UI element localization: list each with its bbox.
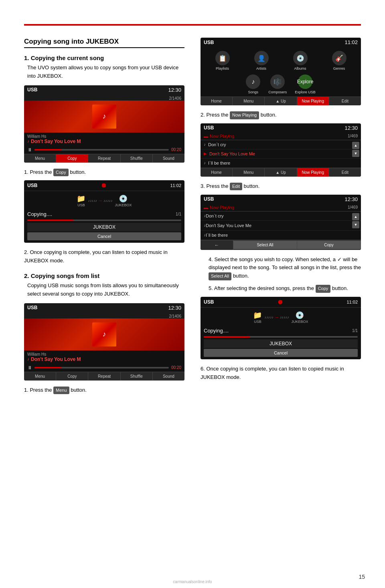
back-btn-edit[interactable]: ← (201, 240, 233, 250)
step1-press-copy: 1. Press the Copy button. (24, 168, 184, 177)
edit-btn-np[interactable]: Edit (329, 168, 361, 177)
edit-bottom-bar: ← Select All Copy (201, 240, 361, 250)
album-art-area-1: ♪ (24, 101, 184, 133)
copy-btn-1[interactable]: Copy (56, 154, 88, 163)
np-item-3: ♪ I`ll be there (201, 159, 361, 168)
now-playing-screen-2: USB 12:30 2/1406 ♪ William Hs ♪ Don't Sa… (24, 303, 184, 381)
composers-icon-item: 🎼 Composers (268, 75, 287, 94)
right-column: USB 11:02 📋 Playlists 👤 Artists 💿 Albums… (201, 38, 361, 398)
explore-label: Explore USB (295, 90, 316, 94)
screen-header-2: USB 12:30 (24, 303, 184, 312)
copy-progress-fill-2 (204, 336, 250, 338)
step2-press-menu: 1. Press the Menu button. (24, 386, 184, 395)
songs-label: Songs (248, 90, 258, 94)
copy-device-jukebox-2: 💿 JUKEBOX (291, 311, 308, 324)
progress-area-1: ⏸ 00:20 (24, 146, 184, 154)
now-playing-btn-np[interactable]: Now Playing (297, 168, 329, 177)
np-list-header-row: USB 12:30 (201, 123, 361, 133)
copying-text-1: Copying.... (27, 211, 52, 217)
scroll-up-btn[interactable]: ▲ (352, 142, 359, 149)
time-display-2: 12:30 (168, 305, 181, 311)
now-playing-btn-usb[interactable]: Now Playing (297, 97, 329, 105)
usb-source-menu: USB (204, 40, 214, 45)
edit-count: 1/469 (348, 205, 358, 209)
menu-btn-2[interactable]: Menu (24, 372, 56, 381)
step1-body: The UVO system allows you to copy songs … (24, 64, 184, 81)
copy-inline-btn-1: Copy (53, 169, 69, 177)
scroll-down-btn[interactable]: ▼ (352, 150, 359, 157)
copy-icons-middle: ♪♪♪♪♪ → ♪♪♪♪♪ (88, 198, 112, 203)
artist-name-1: William Hs (27, 134, 181, 139)
edit-btn-usb[interactable]: Edit (329, 97, 361, 105)
composers-circle[interactable]: 🎼 (270, 75, 285, 89)
now-playing-inline-btn: Now Playing (230, 111, 259, 119)
artists-icon-item: 👤 Artists (243, 51, 280, 70)
up-btn-np[interactable]: ▲ Up (265, 168, 297, 177)
sound-btn-2[interactable]: Sound (153, 372, 184, 381)
copy-progress-bg-2 (204, 336, 358, 338)
source-label-2: USB (27, 305, 37, 310)
elapsed-1: 00:20 (171, 147, 181, 152)
left-column: Copying song into JUKEBOX 1. Copying the… (24, 38, 184, 398)
genres-circle[interactable]: 🎸 (332, 51, 346, 65)
usb-icons-grid: 📋 Playlists 👤 Artists 💿 Albums 🎸 Genres (201, 47, 361, 73)
edit-header-row: USB 12:30 (201, 195, 361, 204)
source-label-1: USB (27, 87, 37, 93)
shuffle-btn-2[interactable]: Shuffle (121, 372, 153, 381)
progress-bar-bg-2 (34, 367, 169, 369)
copy-btn-edit[interactable]: Copy (297, 241, 361, 249)
now-playing-screen-1: USB 12:30 2/1406 ♪ William Hs ♪ Don't Sa… (24, 85, 184, 163)
edit-screen: USB 12:30 ▬ Now Playing 1/469 ♪ Don`t cr… (201, 195, 361, 250)
songs-circle[interactable]: ♪ (246, 75, 260, 89)
section-title: Copying song into JUKEBOX (24, 38, 184, 48)
shuffle-btn-1[interactable]: Shuffle (121, 154, 153, 163)
scroll-btns: ▲ ▼ (352, 142, 359, 157)
usb-source-2: USB (27, 183, 37, 188)
artists-label: Artists (256, 66, 266, 70)
copying-screen-1: USB ⏺ 11:02 📁 USB ♪♪♪♪♪ → ♪♪♪♪♪ 💿 JUKEBO… (24, 180, 184, 243)
song-title-1: Don't Say You Love M (31, 139, 81, 144)
menu-btn-np[interactable]: Menu (233, 168, 265, 177)
note-icon-1: ♪ (27, 139, 29, 143)
up-btn-usb[interactable]: ▲ Up (265, 97, 297, 105)
np-count: 1/469 (348, 134, 358, 138)
top-divider (24, 24, 361, 26)
select-all-btn[interactable]: Select All (233, 241, 297, 249)
step1-title: 1. Copying the current song (24, 54, 184, 61)
usb-menu-header: USB 11:02 (201, 38, 361, 47)
repeat-btn-2[interactable]: Repeat (88, 372, 120, 381)
albums-label: Albums (294, 66, 306, 70)
playlists-circle[interactable]: 📋 (215, 51, 230, 65)
menu-btn-usb[interactable]: Menu (233, 97, 265, 105)
copy-progress-fill-1 (27, 219, 73, 221)
artists-circle[interactable]: 👤 (254, 51, 269, 65)
edit-header-label: ▬ Now Playing (204, 205, 234, 210)
copy-inline-btn-2: Copy (316, 285, 331, 293)
repeat-btn-1[interactable]: Repeat (88, 154, 120, 163)
copy-count-2: 1/1 (352, 328, 358, 333)
arrow-icon-2: → (274, 314, 279, 320)
menu-btn-1[interactable]: Menu (24, 154, 56, 163)
sound-btn-1[interactable]: Sound (153, 154, 184, 163)
albums-circle[interactable]: 💿 (293, 51, 308, 65)
usb-icons-row2: ♪ Songs 🎼 Composers Explore Explore USB (201, 73, 361, 97)
np-header: ▬ Now Playing 1/469 (201, 133, 361, 140)
edit-scroll-up[interactable]: ▲ (352, 213, 359, 220)
home-btn-np[interactable]: Home (201, 168, 233, 177)
np-source: USB (204, 125, 214, 131)
usb-nav-buttons: Home Menu ▲ Up Now Playing Edit (201, 97, 361, 105)
select-all-inline-btn: Select All (209, 272, 231, 280)
copy-btn-2[interactable]: Copy (56, 372, 88, 381)
note-icon-2: ♪ (27, 357, 29, 361)
cancel-btn-2[interactable]: Cancel (204, 349, 358, 357)
play-icon-np2: ▶ (204, 151, 207, 156)
np-header-label: ▬ Now Playing (204, 134, 234, 139)
np-list-screen: USB 12:30 ▬ Now Playing 1/469 ♪ Don`t cr… (201, 123, 361, 177)
edit-scroll-down[interactable]: ▼ (352, 221, 359, 228)
song-info-1: William Hs ♪ Don't Say You Love M (24, 133, 184, 146)
cancel-btn-1[interactable]: Cancel (27, 232, 181, 240)
home-btn-usb[interactable]: Home (201, 97, 233, 105)
album-art-2: ♪ (92, 322, 116, 346)
record-icon-1: ⏺ (101, 182, 107, 189)
explore-circle[interactable]: Explore (298, 75, 312, 89)
